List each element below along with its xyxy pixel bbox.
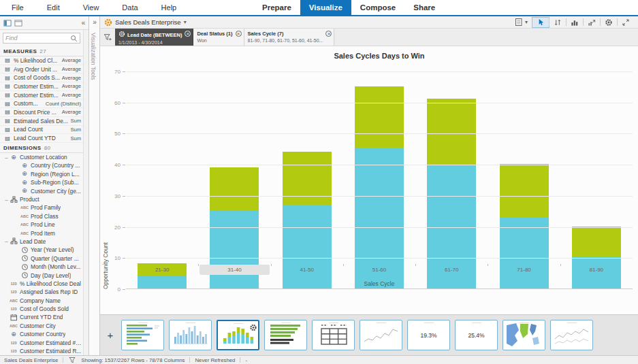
dimension-item[interactable]: Quarter (Quarter ...: [0, 254, 89, 263]
thumbnail-kpi-tile-1[interactable]: 19.3%: [407, 320, 450, 350]
dimension-item[interactable]: ABCProd Family: [0, 203, 89, 212]
measure-item[interactable]: ▤Custom...Count (Distinct): [0, 99, 89, 108]
thumbnail-settings-gear-icon[interactable]: [249, 322, 257, 334]
dimension-item[interactable]: ⊕Customer Country: [0, 330, 89, 338]
measure-item[interactable]: ▤Lead CountSum: [0, 126, 89, 135]
thumbnail-kpi-tile-2[interactable]: 25.4%: [455, 320, 498, 350]
thumbnail-line-chart[interactable]: [360, 320, 402, 350]
x-category-label[interactable]: 51-60: [345, 265, 414, 275]
bar-segment-top-61-70[interactable]: [427, 99, 476, 164]
measure-item[interactable]: ▤Cost of Goods S...Average: [0, 73, 89, 82]
dimension-item[interactable]: ⊕Country (Country ...: [0, 161, 89, 169]
bar-segment-bottom-71-80[interactable]: [500, 217, 549, 288]
x-category-label[interactable]: 71-80: [489, 265, 558, 275]
filter-chip-3[interactable]: Sales Cycle (7)81-90, 71-80, 61-70, 51-6…: [244, 29, 335, 46]
tree-expander-icon[interactable]: –: [3, 154, 10, 161]
find-input[interactable]: [5, 35, 69, 42]
bar-segment-top-41-50[interactable]: [283, 152, 332, 205]
collapse-left-icon[interactable]: «: [81, 20, 85, 27]
measure-item[interactable]: ▤Discount Price ...Average: [0, 108, 89, 117]
tree-expander-icon[interactable]: –: [3, 238, 10, 244]
dimension-item[interactable]: ABCProd Item: [0, 229, 89, 237]
measure-item[interactable]: ▤Estimated Sales De...Sum: [0, 117, 89, 126]
bar-segment-top-71-80[interactable]: [500, 164, 549, 217]
dimension-item[interactable]: 123Cost of Goods Sold: [0, 305, 89, 313]
measure-item[interactable]: ▤Avg Order Unit ...Average: [0, 65, 89, 74]
dimension-item[interactable]: 123% Likelihood Close Deal: [0, 280, 89, 288]
dimension-item[interactable]: Day (Day Level): [0, 271, 89, 279]
measure-item[interactable]: ▤Customer Estim...Average: [0, 91, 89, 100]
status-more-button[interactable]: -: [245, 357, 247, 363]
settings-button[interactable]: [601, 18, 617, 27]
thumbnail-geo-map[interactable]: [503, 320, 545, 350]
filter-chip-close-icon[interactable]: ×: [325, 31, 332, 37]
panel-left-icon[interactable]: [3, 19, 12, 27]
maximize-button[interactable]: [618, 18, 634, 27]
filter-chip-close-icon[interactable]: ×: [236, 31, 242, 37]
find-box[interactable]: [3, 33, 80, 44]
menu-item-view[interactable]: View: [71, 0, 111, 15]
sort-button[interactable]: [549, 18, 566, 27]
add-visualization-button[interactable]: +: [103, 329, 117, 341]
measure-item[interactable]: ▤Lead Count YTDSum: [0, 134, 89, 143]
measure-item[interactable]: ▤Customer Estim...Average: [0, 82, 89, 91]
tab-share[interactable]: Share: [404, 0, 444, 16]
dimension-item[interactable]: ⊕Sub-Region (Sub...: [0, 178, 89, 186]
dimension-item[interactable]: ABCCompany Name: [0, 297, 89, 305]
dimension-item[interactable]: Month (Month Lev...: [0, 263, 89, 271]
dimension-item[interactable]: 123Customer Estimated # ...: [0, 338, 89, 346]
thumbnail-line-chart-2[interactable]: [550, 320, 593, 350]
tab-prepare[interactable]: Prepare: [253, 0, 300, 16]
menu-item-edit[interactable]: Edit: [35, 0, 71, 15]
stacked-bar-61-70[interactable]: [427, 99, 476, 288]
thumbnail-stacked-column-chart[interactable]: [217, 320, 259, 350]
filter-chip-close-icon[interactable]: ×: [185, 31, 191, 37]
tree-expander-icon[interactable]: –: [3, 197, 10, 203]
dimension-item[interactable]: Current YTD End: [0, 313, 89, 321]
bar-segment-bottom-41-50[interactable]: [283, 205, 332, 288]
dimension-item[interactable]: 123Assigned Sales Rep ID: [0, 288, 89, 296]
dimension-item[interactable]: –Lead Date: [0, 237, 89, 246]
rank-button[interactable]: [567, 18, 583, 27]
viz-type-dropdown[interactable]: ▾: [511, 18, 532, 27]
dimension-item[interactable]: –⊕Customer Location: [0, 153, 89, 161]
filter-chip-1[interactable]: Lead Date (BETWEEN)1/1/2013 - 4/30/2014×: [115, 29, 193, 46]
add-filter-button[interactable]: [100, 29, 115, 46]
bar-segment-top-51-60[interactable]: [355, 86, 404, 148]
dimension-item[interactable]: ABCProd Class: [0, 212, 89, 220]
x-category-label[interactable]: 81-90: [562, 265, 631, 275]
bar-segment-bottom-31-40[interactable]: [210, 211, 259, 288]
x-category-label[interactable]: 21-30: [127, 265, 197, 275]
dimension-item[interactable]: Year (Year Level): [0, 246, 89, 254]
tab-visualize[interactable]: Visualize: [300, 0, 351, 16]
menu-item-help[interactable]: Help: [150, 0, 189, 15]
panel-float-icon[interactable]: [14, 19, 22, 27]
expand-right-icon[interactable]: »: [90, 19, 99, 26]
x-category-label[interactable]: 41-50: [272, 265, 342, 275]
measure-item[interactable]: ▤% Likelihood Cl...Average: [0, 56, 89, 65]
menu-item-file[interactable]: File: [0, 0, 35, 15]
filter-chip-2[interactable]: Deal Status (1)Won×: [193, 29, 244, 46]
thumbnail-crosstab[interactable]: [312, 320, 355, 350]
trend-button[interactable]: [584, 18, 600, 27]
dataset-title[interactable]: Sales Deals Enterprise: [115, 18, 181, 26]
bar-segment-top-31-40[interactable]: [210, 167, 259, 211]
dataset-caret-icon[interactable]: ▾: [184, 19, 187, 25]
select-tool-button[interactable]: [532, 18, 549, 27]
bar-segment-top-81-90[interactable]: [572, 227, 621, 258]
x-category-label[interactable]: 31-40: [200, 265, 269, 275]
sidebar-scrollbar[interactable]: [83, 30, 89, 355]
dimension-item[interactable]: ABCProd Line: [0, 220, 89, 229]
thumbnail-column-chart-blue[interactable]: [169, 320, 212, 350]
status-showing-text[interactable]: Showing: 1537/2267 Rows - 78/78 Columns: [81, 357, 185, 363]
tab-compose[interactable]: Compose: [351, 0, 404, 16]
dimension-item[interactable]: –Product: [0, 195, 89, 203]
dimension-item[interactable]: ⊕Region (Region L...: [0, 170, 89, 178]
thumbnail-bar-chart-horizontal[interactable]: [121, 320, 164, 350]
thumbnail-bar-chart-green[interactable]: [264, 320, 307, 350]
visualization-tools-strip[interactable]: » Visualization Tools: [90, 16, 100, 355]
dimension-item[interactable]: ⊕Customer City (ge...: [0, 186, 89, 195]
dimension-item[interactable]: ABCCustomer City: [0, 322, 89, 330]
x-category-label[interactable]: 61-70: [417, 265, 486, 275]
menu-item-data[interactable]: Data: [110, 0, 149, 15]
